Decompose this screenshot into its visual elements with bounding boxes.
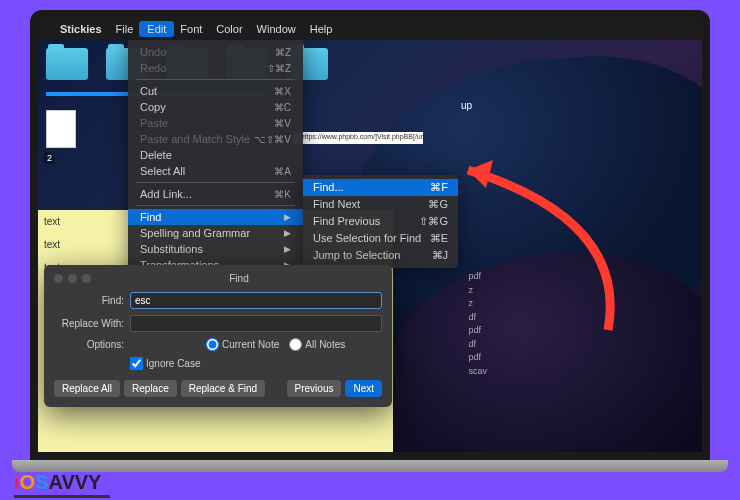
logo-underline (14, 495, 110, 498)
find-input[interactable] (130, 292, 382, 309)
laptop-frame: Stickies File Edit Font Color Window Hel… (30, 10, 710, 460)
replace-input[interactable] (130, 315, 382, 332)
menu-file[interactable]: File (116, 23, 134, 35)
menu-font[interactable]: Font (180, 23, 202, 35)
replace-button[interactable]: Replace (124, 380, 177, 397)
menu-window[interactable]: Window (257, 23, 296, 35)
document-label: 2 (44, 152, 55, 164)
dialog-title: Find (96, 273, 382, 284)
radio-current-note[interactable]: Current Note (206, 338, 279, 351)
menu-item[interactable]: Paste⌘V (128, 115, 303, 131)
menu-item[interactable]: Redo⇧⌘Z (128, 60, 303, 76)
next-button[interactable]: Next (345, 380, 382, 397)
app-name[interactable]: Stickies (60, 23, 102, 35)
menu-item[interactable]: Paste and Match Style⌥⇧⌘V (128, 131, 303, 147)
replace-label: Replace With: (54, 318, 124, 329)
submenu-item[interactable]: Jump to Selection⌘J (303, 247, 458, 264)
checkbox-ignore-case[interactable]: Ignore Case (130, 357, 200, 370)
options-label: Options: (54, 339, 124, 350)
radio-all-notes[interactable]: All Notes (289, 338, 345, 351)
menu-item[interactable]: Cut⌘X (128, 83, 303, 99)
menu-help[interactable]: Help (310, 23, 333, 35)
upload-text: up (461, 100, 472, 111)
laptop-base (12, 460, 728, 472)
file-extension-list: pdfzzdfpdfdfpdfscav (468, 270, 487, 378)
zoom-icon[interactable] (82, 274, 91, 283)
submenu-item[interactable]: Use Selection for Find⌘E (303, 230, 458, 247)
menu-item[interactable]: Substitutions▶ (128, 241, 303, 257)
desktop: 2 up i=https://www.phpbb.com/]Visit phpB… (38, 40, 702, 452)
menu-item[interactable]: Delete (128, 147, 303, 163)
find-label: Find: (54, 295, 124, 306)
menu-item[interactable]: Copy⌘C (128, 99, 303, 115)
minimize-icon[interactable] (68, 274, 77, 283)
menu-edit[interactable]: Edit (139, 21, 174, 37)
replace-all-button[interactable]: Replace All (54, 380, 120, 397)
find-dialog: Find Find: Replace With: Options: Curren… (44, 265, 392, 407)
replace-find-button[interactable]: Replace & Find (181, 380, 265, 397)
menu-item[interactable]: Spelling and Grammar▶ (128, 225, 303, 241)
submenu-item[interactable]: Find...⌘F (303, 179, 458, 196)
url-snippet: i=https://www.phpbb.com/]Visit phpBB[/ur… (293, 132, 423, 144)
document-icon[interactable] (46, 110, 76, 148)
brand-logo: iOSAVVY (14, 471, 101, 494)
submenu-item[interactable]: Find Next⌘G (303, 196, 458, 213)
menubar: Stickies File Edit Font Color Window Hel… (38, 18, 702, 40)
menu-item[interactable]: Undo⌘Z (128, 44, 303, 60)
previous-button[interactable]: Previous (287, 380, 342, 397)
find-submenu: Find...⌘FFind Next⌘GFind Previous⇧⌘GUse … (303, 175, 458, 268)
menu-color[interactable]: Color (216, 23, 242, 35)
close-icon[interactable] (54, 274, 63, 283)
menu-item[interactable]: Find▶ (128, 209, 303, 225)
folder-icon[interactable] (46, 48, 88, 80)
menu-item[interactable]: Select All⌘A (128, 163, 303, 179)
menu-item[interactable]: Add Link...⌘K (128, 186, 303, 202)
submenu-item[interactable]: Find Previous⇧⌘G (303, 213, 458, 230)
